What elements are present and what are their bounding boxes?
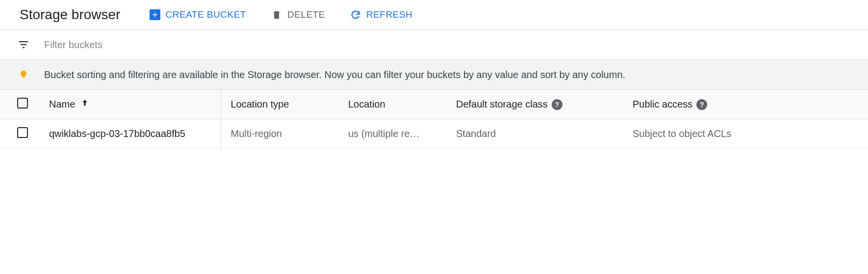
action-bar: CREATE BUCKET DELETE REFRESH bbox=[150, 9, 412, 21]
plus-icon bbox=[150, 9, 160, 20]
cell-location-type: Multi-region bbox=[221, 119, 338, 149]
filter-input[interactable] bbox=[44, 39, 240, 51]
delete-button[interactable]: DELETE bbox=[271, 9, 325, 21]
table-row[interactable]: qwiklabs-gcp-03-17bb0caa8fb5 Multi-regio… bbox=[0, 119, 868, 149]
col-location[interactable]: Location bbox=[338, 90, 446, 119]
info-banner-text: Bucket sorting and filtering are availab… bbox=[44, 69, 625, 81]
col-name[interactable]: Name bbox=[39, 90, 221, 119]
table-header-row: Name Location type Location Default stor… bbox=[0, 90, 868, 119]
create-bucket-label: CREATE BUCKET bbox=[165, 9, 246, 20]
page-title: Storage browser bbox=[20, 7, 120, 23]
sort-asc-icon bbox=[80, 98, 90, 110]
create-bucket-button[interactable]: CREATE BUCKET bbox=[150, 9, 246, 20]
cell-public-access: Subject to object ACLs bbox=[623, 119, 868, 149]
col-location-type[interactable]: Location type bbox=[221, 90, 338, 119]
bucket-table: Name Location type Location Default stor… bbox=[0, 90, 868, 149]
info-banner: Bucket sorting and filtering are availab… bbox=[0, 59, 868, 90]
trash-icon bbox=[271, 9, 282, 21]
cell-location: us (multiple re… bbox=[338, 119, 446, 149]
help-icon[interactable]: ? bbox=[696, 99, 707, 110]
refresh-label: REFRESH bbox=[366, 9, 412, 20]
filter-row bbox=[0, 30, 868, 59]
lightbulb-icon bbox=[18, 69, 29, 81]
col-storage-class[interactable]: Default storage class ? bbox=[446, 90, 623, 119]
cell-storage-class: Standard bbox=[446, 119, 623, 149]
refresh-button[interactable]: REFRESH bbox=[350, 9, 412, 21]
cell-name[interactable]: qwiklabs-gcp-03-17bb0caa8fb5 bbox=[39, 119, 221, 149]
select-all-checkbox[interactable] bbox=[17, 98, 28, 109]
col-public-access[interactable]: Public access ? bbox=[623, 90, 868, 119]
row-checkbox[interactable] bbox=[17, 127, 28, 138]
delete-label: DELETE bbox=[287, 9, 325, 20]
filter-icon[interactable] bbox=[18, 39, 29, 51]
refresh-icon bbox=[350, 9, 361, 21]
page-header: Storage browser CREATE BUCKET DELETE REF… bbox=[0, 0, 868, 30]
help-icon[interactable]: ? bbox=[552, 99, 562, 110]
